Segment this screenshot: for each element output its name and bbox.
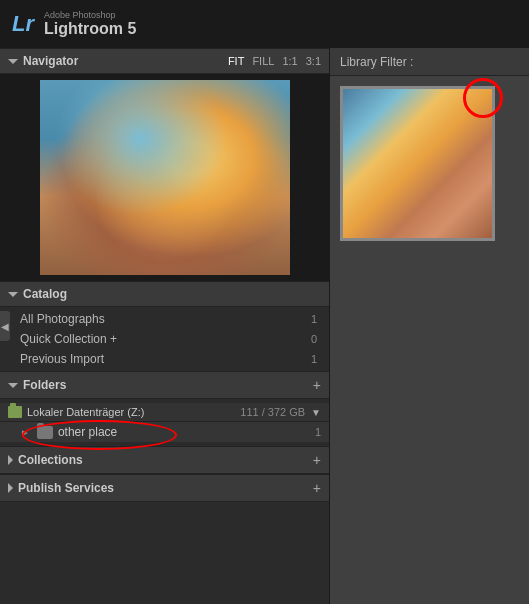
collections-add-button[interactable]: + — [313, 452, 321, 468]
catalog-item-all-photographs[interactable]: All Photographs 1 — [0, 309, 329, 329]
folder-count: 1 — [315, 426, 321, 438]
drive-label: Lokaler Datenträger (Z:) — [27, 406, 144, 418]
folder-indent: ► — [20, 427, 30, 438]
navigator-preview — [0, 74, 329, 281]
publish-services-section-header[interactable]: Publish Services + — [0, 474, 329, 502]
drive-right: 111 / 372 GB ▼ — [240, 406, 321, 418]
top-bar: Lr Adobe Photoshop Lightroom 5 — [0, 0, 529, 48]
folders-section-header[interactable]: Folders + — [0, 371, 329, 399]
three-to-one-option[interactable]: 3:1 — [306, 55, 321, 67]
catalog-prev-label: Previous Import — [20, 352, 104, 366]
drive-row[interactable]: Lokaler Datenträger (Z:) 111 / 372 GB ▼ — [0, 403, 329, 422]
navigator-fit-options: FIT FILL 1:1 3:1 — [228, 55, 321, 67]
catalog-item-previous-import[interactable]: Previous Import 1 — [0, 349, 329, 369]
publish-header-left: Publish Services — [8, 481, 114, 495]
catalog-section-header[interactable]: Catalog — [0, 281, 329, 307]
folders-collapse-icon — [8, 383, 18, 388]
drive-size: 111 / 372 GB — [240, 406, 305, 418]
folder-name: other place — [58, 425, 117, 439]
publish-title: Publish Services — [18, 481, 114, 495]
catalog-all-label: All Photographs — [20, 312, 105, 326]
catalog-title: Catalog — [23, 287, 67, 301]
folder-row-container: ► other place 1 — [0, 422, 329, 442]
publish-add-button[interactable]: + — [313, 480, 321, 496]
drive-dropdown-icon[interactable]: ▼ — [311, 407, 321, 418]
navigator-collapse-icon — [8, 59, 18, 64]
image-thumb[interactable] — [340, 86, 495, 241]
image-thumb-inner — [343, 89, 492, 238]
catalog-header-left: Catalog — [8, 287, 67, 301]
navigator-image-inner — [40, 80, 290, 275]
left-panel-toggle[interactable]: ◀ — [0, 311, 10, 341]
folders-header-left: Folders — [8, 378, 66, 392]
folders-title: Folders — [23, 378, 66, 392]
catalog-collapse-icon — [8, 292, 18, 297]
navigator-title: Navigator — [23, 54, 78, 68]
folders-content: Lokaler Datenträger (Z:) 111 / 372 GB ▼ … — [0, 399, 329, 446]
adobe-label: Adobe Photoshop — [44, 10, 136, 20]
fill-option[interactable]: FILL — [252, 55, 274, 67]
collections-title: Collections — [18, 453, 83, 467]
collections-expand-icon — [8, 455, 13, 465]
app-title-block: Adobe Photoshop Lightroom 5 — [44, 10, 136, 38]
navigator-header-left: Navigator — [8, 54, 78, 68]
navigator-image — [40, 80, 290, 275]
drive-icon — [8, 406, 22, 418]
drive-left: Lokaler Datenträger (Z:) — [8, 406, 144, 418]
folder-row-other-place[interactable]: ► other place 1 — [0, 422, 329, 442]
app-title: Lightroom 5 — [44, 20, 136, 38]
folders-add-button[interactable]: + — [313, 377, 321, 393]
image-thumb-container — [340, 86, 495, 241]
one-to-one-option[interactable]: 1:1 — [282, 55, 297, 67]
collections-section-header[interactable]: Collections + — [0, 446, 329, 474]
right-panel: Library Filter : — [330, 48, 529, 604]
library-filter-label: Library Filter : — [340, 55, 413, 69]
lr-logo: Lr — [12, 11, 34, 37]
catalog-quick-count: 0 — [311, 333, 317, 345]
catalog-quick-label: Quick Collection + — [20, 332, 117, 346]
left-panel: Navigator FIT FILL 1:1 3:1 Catalog All P… — [0, 48, 330, 604]
catalog-prev-count: 1 — [311, 353, 317, 365]
catalog-item-quick-collection[interactable]: Quick Collection + 0 — [0, 329, 329, 349]
publish-expand-icon — [8, 483, 13, 493]
folder-left: ► other place — [20, 425, 117, 439]
catalog-items: All Photographs 1 Quick Collection + 0 P… — [0, 307, 329, 371]
grid-area — [330, 76, 529, 604]
navigator-header[interactable]: Navigator FIT FILL 1:1 3:1 — [0, 48, 329, 74]
collections-header-left: Collections — [8, 453, 83, 467]
main-area: ◀ Navigator FIT FILL 1:1 3:1 Cat — [0, 48, 529, 604]
library-filter-bar: Library Filter : — [330, 48, 529, 76]
fit-option[interactable]: FIT — [228, 55, 245, 67]
folder-icon — [37, 426, 53, 439]
catalog-all-count: 1 — [311, 313, 317, 325]
